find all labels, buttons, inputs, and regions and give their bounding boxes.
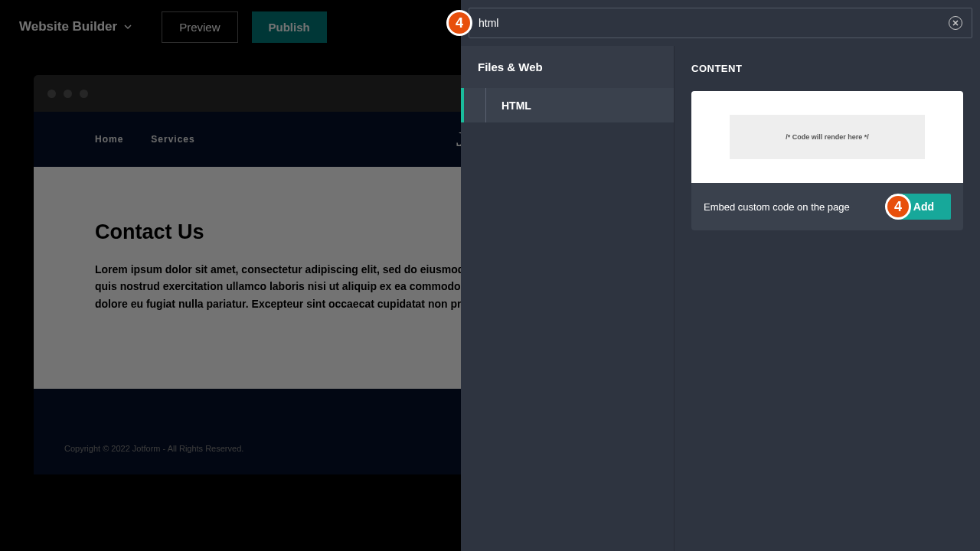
content-heading: CONTENT <box>691 63 963 74</box>
element-card-description: Embed custom code on the page <box>704 201 850 213</box>
step-callout-badge: 4 <box>446 10 472 36</box>
step-callout-badge: 4 <box>885 194 911 220</box>
category-item-label: HTML <box>485 88 674 122</box>
search-container: 4 <box>461 0 980 46</box>
category-column: Files & Web HTML <box>461 46 674 551</box>
close-icon <box>952 20 959 26</box>
code-render-placeholder: /* Code will render here */ <box>730 115 926 159</box>
panel-body: Files & Web HTML CONTENT /* Code will re… <box>461 46 980 551</box>
element-card-footer: Embed custom code on the page 4 Add <box>691 183 963 230</box>
content-column: CONTENT /* Code will render here */ Embe… <box>674 46 980 551</box>
element-card-html: /* Code will render here */ Embed custom… <box>691 91 963 230</box>
search-input[interactable] <box>479 17 941 29</box>
category-header[interactable]: Files & Web <box>461 46 674 88</box>
category-item-html[interactable]: HTML <box>461 88 674 122</box>
search-row: 4 <box>469 8 972 38</box>
close-panel-button[interactable] <box>949 16 962 30</box>
element-card-preview: /* Code will render here */ <box>691 91 963 183</box>
elements-panel: 4 Files & Web HTML CONTENT /* Code will … <box>461 0 980 551</box>
